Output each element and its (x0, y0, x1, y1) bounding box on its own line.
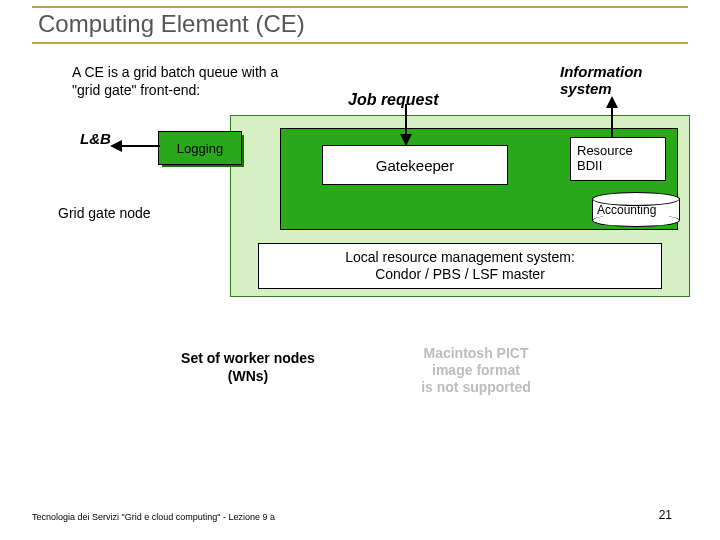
information-system-label: Information system (560, 64, 643, 97)
gatekeeper-box: Gatekeeper (322, 145, 508, 185)
footer-left: Tecnologia dei Servizi "Grid e cloud com… (32, 512, 275, 522)
pict-unsupported-placeholder: Macintosh PICT image format is not suppo… (386, 345, 566, 395)
slide: Computing Element (CE) A CE is a grid ba… (0, 0, 720, 540)
lrms-line2: Condor / PBS / LSF master (375, 266, 545, 283)
arrow-bdii-to-info (604, 96, 620, 138)
lrms-line1: Local resource management system: (345, 249, 575, 266)
job-request-label: Job request (348, 91, 439, 109)
accounting-label: Accounting (597, 203, 656, 217)
svg-marker-3 (606, 96, 618, 108)
l-and-b-label: L&B (80, 130, 111, 147)
logging-box: Logging (158, 131, 242, 165)
resource-bdii-box: Resource BDII (570, 137, 666, 181)
footer-page-number: 21 (659, 508, 672, 522)
svg-marker-5 (110, 140, 122, 152)
page-title: Computing Element (CE) (38, 10, 305, 38)
logging-block: Logging (158, 131, 240, 167)
title-rule-top (32, 6, 688, 8)
worker-nodes-label: Set of worker nodes (WNs) (148, 350, 348, 385)
arrow-job-to-gatekeeper (398, 104, 414, 146)
title-rule-bottom (32, 42, 688, 44)
grid-gate-node-label: Grid gate node (58, 205, 151, 221)
intro-text: A CE is a grid batch queue with a "grid … (72, 64, 282, 99)
arrow-logging-to-lnb (110, 138, 160, 154)
svg-marker-1 (400, 134, 412, 146)
lrms-box: Local resource management system: Condor… (258, 243, 662, 289)
